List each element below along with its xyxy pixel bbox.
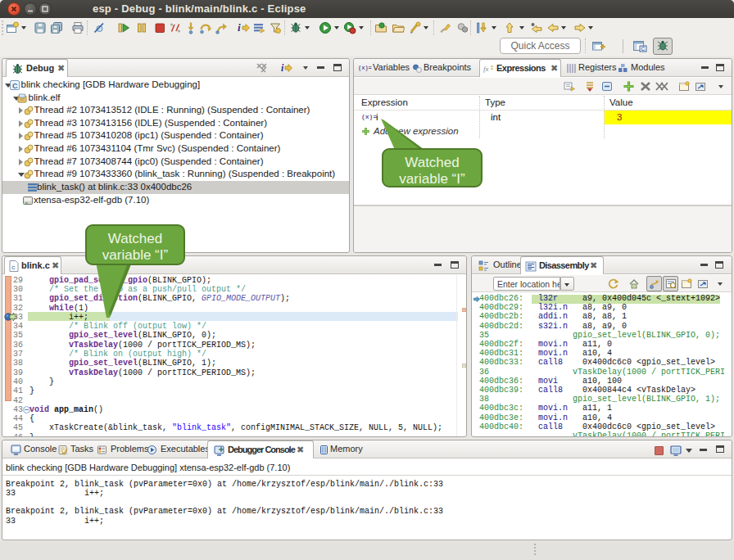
svg-text:C: C (12, 82, 18, 90)
svg-text:C: C (641, 46, 646, 52)
svg-text:i: i (281, 62, 284, 74)
svg-text:fx: fx (483, 65, 489, 73)
svg-text:c: c (11, 264, 16, 271)
svg-text:i: i (238, 21, 241, 34)
